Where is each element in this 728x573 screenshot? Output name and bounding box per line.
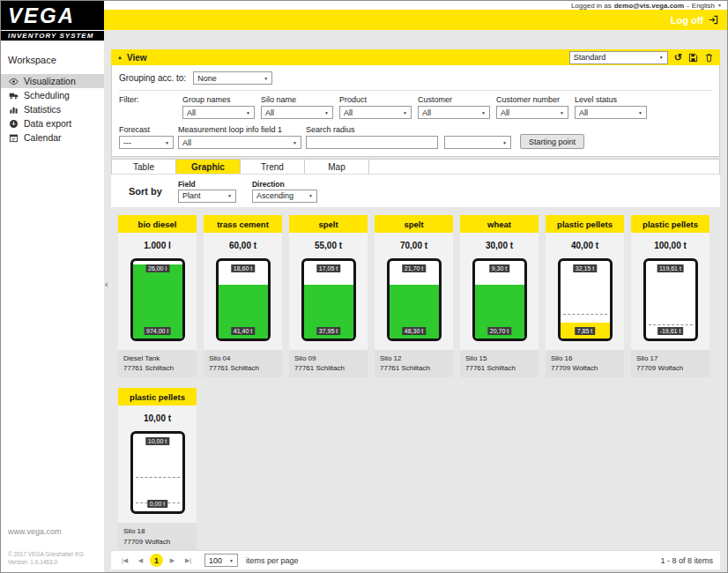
sort-by-label: Sort by — [129, 186, 162, 197]
language-selector[interactable]: English — [692, 2, 715, 10]
sort-field-label: Field — [178, 180, 236, 189]
silo-card[interactable]: spelt 55,00 t 17,05 t 37,95 t Silo 09 77… — [289, 215, 368, 377]
vega-website-link[interactable]: www.vega.com — [8, 527, 102, 536]
tab-table[interactable]: Table — [112, 160, 176, 174]
product-label: Product — [339, 95, 414, 104]
silo-card[interactable]: wheat 30,00 t 9,30 t 20,70 t Silo 15 777… — [460, 215, 539, 377]
silo-body: 1.000 l 26,00 l 974,00 l — [118, 233, 197, 350]
copyright-text: © 2017 VEGA Grieshaber KG — [8, 550, 102, 559]
silo-footer: Silo 17 77709 Wolfach — [631, 350, 709, 377]
view-panel-header[interactable]: ▲ View Standard▼ ↺ — [111, 49, 720, 65]
sidebar-footer: www.vega.com © 2017 VEGA Grieshaber KG V… — [8, 527, 102, 568]
silo-name-label: Silo 15 — [465, 353, 533, 363]
view-preset-select[interactable]: Standard▼ — [569, 51, 668, 64]
silo-card[interactable]: plastic pellets 100,00 t 119,61 t -19,61… — [631, 215, 709, 377]
sort-direction-select[interactable]: Ascending▼ — [252, 190, 317, 203]
dropdown-arrow-icon: ▼ — [246, 110, 250, 115]
logged-in-user[interactable]: demo@vis.vega.com — [614, 2, 684, 10]
logoff-button[interactable]: Log off — [671, 15, 703, 26]
silo-capacity-label: 60,00 t — [204, 241, 282, 250]
dropdown-arrow-icon: ▼ — [229, 558, 234, 563]
silo-name-label: Silo 04 — [209, 353, 277, 363]
group-names-label: Group names — [182, 95, 257, 104]
starting-point-button[interactable]: Starting point — [520, 134, 584, 149]
delete-view-icon[interactable] — [704, 53, 714, 63]
silo-footer: Silo 15 77761 Schiltach — [460, 350, 539, 377]
silo-body: 70,00 t 21,70 t 48,30 t — [375, 233, 453, 350]
tank-content-badge: 7,85 t — [575, 327, 596, 335]
silo-capacity-label: 40,00 t — [546, 241, 624, 250]
customer-number-select[interactable]: All▼ — [496, 106, 568, 119]
silo-body: 30,00 t 9,30 t 20,70 t — [460, 233, 539, 350]
silo-location-label: 77761 Schiltach — [465, 363, 533, 373]
silo-card[interactable]: bio diesel 1.000 l 26,00 l 974,00 l Dies… — [118, 215, 197, 377]
tab-map[interactable]: Map — [305, 160, 369, 174]
silo-location-label: 77761 Schiltach — [294, 363, 362, 373]
level-status-select[interactable]: All▼ — [575, 106, 647, 119]
next-page-button[interactable]: ▶ — [166, 554, 179, 567]
silo-body: 40,00 t 32,15 t 7,85 t — [546, 233, 624, 350]
silo-tank-graphic: 10,00 t 0,00 t — [130, 431, 185, 514]
sidebar-item-visualization[interactable]: Visualization — [1, 74, 104, 88]
sidebar-collapse-chevron-icon[interactable]: ‹ — [105, 279, 108, 289]
prev-page-button[interactable]: ◀ — [134, 554, 147, 567]
tank-threshold-dash — [136, 477, 180, 478]
save-view-icon[interactable] — [688, 53, 698, 63]
items-per-page-label: items per page — [246, 556, 299, 565]
silo-card[interactable]: trass cement 60,00 t 18,60 t 41,40 t Sil… — [204, 215, 282, 377]
silo-capacity-label: 30,00 t — [460, 241, 539, 250]
items-range-label: 1 - 8 of 8 items — [660, 556, 713, 565]
tank-free-volume-badge: 9,30 t — [489, 264, 510, 272]
customer-number-label: Customer number — [496, 95, 571, 104]
silo-location-label: 77709 Wolfach — [636, 363, 704, 373]
silo-location-label: 77709 Wolfach — [123, 537, 191, 547]
silo-location-label: 77761 Schiltach — [209, 363, 277, 373]
app-title: INVENTORY SYSTEM — [1, 30, 104, 41]
silo-product-label: plastic pellets — [118, 388, 197, 406]
silo-product-label: plastic pellets — [631, 215, 709, 233]
customer-select[interactable]: All▼ — [418, 106, 490, 119]
silo-card[interactable]: plastic pellets 40,00 t 32,15 t 7,85 t S… — [546, 215, 624, 377]
tab-trend[interactable]: Trend — [241, 160, 305, 174]
page-size-select[interactable]: 100▼ — [204, 554, 238, 567]
measurement-loop-select[interactable]: All▼ — [178, 136, 301, 149]
reset-view-icon[interactable]: ↺ — [674, 53, 682, 63]
sidebar-item-statistics[interactable]: Statistics — [1, 102, 104, 116]
radius-unit-select[interactable]: ▼ — [444, 136, 511, 149]
silo-body: 100,00 t 119,61 t -19,61 t — [631, 233, 709, 350]
dropdown-arrow-icon: ▼ — [293, 140, 297, 145]
silo-name-label: Silo 17 — [636, 353, 704, 363]
sidebar-item-calendar[interactable]: Calendar — [1, 130, 104, 145]
search-radius-input[interactable] — [306, 136, 438, 149]
tank-content-badge: 20,70 t — [487, 327, 511, 335]
silo-tank-graphic: 21,70 t 48,30 t — [387, 258, 442, 341]
tab-graphic[interactable]: Graphic — [176, 160, 241, 174]
silo-name-select[interactable]: All▼ — [261, 106, 333, 119]
sidebar-item-data-export[interactable]: Data export — [1, 116, 104, 130]
silo-location-label: 77709 Wolfach — [551, 363, 619, 373]
silo-capacity-label: 100,00 t — [631, 241, 709, 250]
group-names-select[interactable]: All▼ — [182, 106, 255, 119]
first-page-button[interactable]: |◀ — [118, 554, 131, 567]
tank-content-badge: 48,30 t — [402, 327, 426, 335]
silo-card[interactable]: plastic pellets 10,00 t 10,00 t 0,00 t S… — [118, 388, 197, 550]
pagination-bar: |◀ ◀ 1 ▶ ▶| 100▼ items per page 1 - 8 of… — [111, 550, 720, 569]
forecast-label: Forecast — [119, 125, 174, 134]
silo-grid: bio diesel 1.000 l 26,00 l 974,00 l Dies… — [111, 207, 720, 550]
dropdown-arrow-icon: ▼ — [165, 140, 169, 145]
current-page-button[interactable]: 1 — [150, 554, 163, 567]
sidebar-item-scheduling[interactable]: Scheduling — [1, 88, 104, 102]
language-dropdown-arrow-icon[interactable]: ▼ — [717, 3, 722, 8]
grouping-select[interactable]: None▼ — [193, 71, 272, 85]
silo-tank-graphic: 18,60 t 41,40 t — [216, 258, 271, 341]
last-page-button[interactable]: ▶| — [182, 554, 195, 567]
silo-body: 55,00 t 17,05 t 37,95 t — [289, 233, 368, 350]
product-select[interactable]: All▼ — [339, 106, 412, 119]
forecast-select[interactable]: ---▼ — [119, 136, 174, 149]
silo-card[interactable]: spelt 70,00 t 21,70 t 48,30 t Silo 12 77… — [375, 215, 453, 377]
logoff-icon[interactable] — [709, 15, 718, 25]
silo-tank-graphic: 17,05 t 37,95 t — [301, 258, 356, 341]
sort-field-select[interactable]: Plant▼ — [178, 190, 236, 203]
silo-tank-graphic: 32,15 t 7,85 t — [558, 258, 613, 341]
collapse-view-icon[interactable]: ▲ — [117, 55, 123, 60]
